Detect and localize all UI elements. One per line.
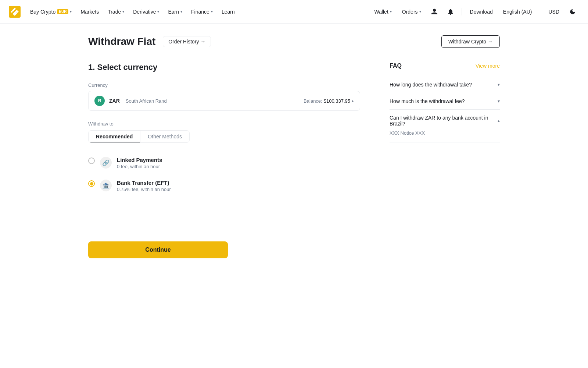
wallet-chevron: ▾ bbox=[390, 10, 392, 14]
nav-item-earn[interactable]: Earn ▾ bbox=[164, 6, 186, 18]
currency-icon: R bbox=[94, 96, 105, 106]
nav-locale[interactable]: English (AU) bbox=[499, 6, 536, 18]
tab-group: Recommended Other Methods bbox=[88, 130, 190, 143]
page-header: Withdraw Fiat Order History → Withdraw C… bbox=[88, 35, 500, 48]
nav-left: Buy Crypto EUR ▾ Markets Trade ▾ Derivat… bbox=[26, 6, 370, 18]
nav-item-learn[interactable]: Learn bbox=[218, 6, 239, 18]
trade-chevron: ▾ bbox=[122, 10, 124, 14]
faq-answer-3: XXX Notice XXX bbox=[390, 130, 500, 137]
faq-section: FAQ View more How long does the withdraw… bbox=[390, 63, 500, 258]
orders-chevron: ▾ bbox=[419, 10, 421, 14]
faq-view-more[interactable]: View more bbox=[476, 63, 500, 69]
nav-wallet[interactable]: Wallet ▾ bbox=[370, 6, 395, 18]
svg-rect-0 bbox=[9, 6, 21, 18]
page-header-left: Withdraw Fiat Order History → bbox=[88, 36, 211, 47]
profile-icon-btn[interactable] bbox=[428, 5, 441, 18]
faq-chevron-1: ▾ bbox=[498, 82, 500, 87]
radio-linked[interactable] bbox=[88, 158, 95, 164]
page-title: Withdraw Fiat bbox=[88, 36, 155, 47]
faq-notice-3: XXX Notice XXX bbox=[390, 130, 425, 136]
step-title: 1. Select currency bbox=[88, 63, 360, 72]
faq-question-3[interactable]: Can I withdraw ZAR to any bank account i… bbox=[390, 115, 500, 127]
navbar: Buy Crypto EUR ▾ Markets Trade ▾ Derivat… bbox=[0, 0, 588, 24]
currency-code: ZAR bbox=[109, 98, 120, 104]
linked-payments-name: Linked Payments bbox=[117, 157, 360, 163]
nav-item-finance[interactable]: Finance ▾ bbox=[187, 6, 216, 18]
bank-transfer-icon: 🏦 bbox=[100, 180, 112, 191]
currency-selector[interactable]: R ZAR South African Rand Balance: $100,3… bbox=[88, 91, 360, 111]
linked-payments-info: Linked Payments 0 fee, within an hour bbox=[117, 157, 360, 169]
nav-currency[interactable]: USD bbox=[545, 6, 563, 18]
bank-transfer-info: Bank Transfer (EFT) 0.75% fee, within an… bbox=[117, 180, 360, 192]
currency-dropdown-arrow: ▸ bbox=[352, 98, 354, 103]
nav-item-trade[interactable]: Trade ▾ bbox=[104, 6, 128, 18]
payment-option-linked[interactable]: 🔗 Linked Payments 0 fee, within an hour bbox=[88, 152, 360, 174]
radio-bank-inner bbox=[90, 182, 93, 185]
faq-item-1: How long does the withdrawal take? ▾ bbox=[390, 77, 500, 93]
faq-question-1[interactable]: How long does the withdrawal take? ▾ bbox=[390, 82, 500, 88]
payment-methods-list: 🔗 Linked Payments 0 fee, within an hour … bbox=[88, 152, 360, 197]
nav-divider-2 bbox=[540, 8, 540, 15]
main-layout: 1. Select currency Currency R ZAR South … bbox=[88, 63, 500, 258]
nav-item-markets[interactable]: Markets bbox=[77, 6, 103, 18]
page-wrapper: Withdraw Fiat Order History → Withdraw C… bbox=[74, 24, 514, 270]
nav-item-buy-crypto[interactable]: Buy Crypto EUR ▾ bbox=[26, 6, 75, 18]
withdraw-crypto-button[interactable]: Withdraw Crypto → bbox=[441, 35, 500, 48]
faq-item-3: Can I withdraw ZAR to any bank account i… bbox=[390, 110, 500, 142]
faq-question-2[interactable]: How much is the withdrawal fee? ▾ bbox=[390, 98, 500, 104]
payment-option-bank[interactable]: 🏦 Bank Transfer (EFT) 0.75% fee, within … bbox=[88, 174, 360, 197]
faq-chevron-2: ▾ bbox=[498, 99, 500, 104]
nav-right: Wallet ▾ Orders ▾ Download English (AU) … bbox=[370, 5, 579, 18]
radio-bank[interactable] bbox=[88, 180, 95, 187]
tab-recommended[interactable]: Recommended bbox=[89, 131, 140, 142]
currency-label: Currency bbox=[88, 82, 360, 88]
currency-name: South African Rand bbox=[126, 98, 167, 104]
form-section: 1. Select currency Currency R ZAR South … bbox=[88, 63, 360, 258]
finance-chevron: ▾ bbox=[211, 10, 213, 14]
dark-mode-btn[interactable] bbox=[566, 5, 579, 18]
faq-chevron-3: ▴ bbox=[498, 118, 500, 123]
linked-payments-icon: 🔗 bbox=[100, 157, 112, 169]
bell-icon-btn[interactable] bbox=[444, 5, 457, 18]
earn-chevron: ▾ bbox=[180, 10, 182, 14]
nav-download[interactable]: Download bbox=[466, 6, 496, 18]
faq-item-2: How much is the withdrawal fee? ▾ bbox=[390, 93, 500, 110]
faq-question-2-text: How much is the withdrawal fee? bbox=[390, 98, 498, 104]
buy-crypto-chevron: ▾ bbox=[70, 10, 72, 14]
withdraw-to-label: Withdraw to bbox=[88, 121, 360, 127]
currency-balance: Balance: $100,337.95 ▸ bbox=[304, 98, 354, 104]
bank-transfer-detail: 0.75% fee, within an hour bbox=[117, 187, 360, 192]
faq-title: FAQ bbox=[390, 63, 402, 69]
bank-transfer-name: Bank Transfer (EFT) bbox=[117, 180, 360, 186]
continue-button[interactable]: Continue bbox=[88, 241, 228, 258]
order-history-button[interactable]: Order History → bbox=[163, 36, 211, 47]
faq-question-1-text: How long does the withdrawal take? bbox=[390, 82, 498, 88]
derivative-chevron: ▾ bbox=[157, 10, 159, 14]
faq-header: FAQ View more bbox=[390, 63, 500, 69]
nav-item-derivative[interactable]: Derivative ▾ bbox=[129, 6, 163, 18]
nav-divider-1 bbox=[462, 8, 462, 15]
brand-logo[interactable] bbox=[9, 6, 21, 18]
tab-other-methods[interactable]: Other Methods bbox=[140, 131, 189, 142]
faq-question-3-text: Can I withdraw ZAR to any bank account i… bbox=[390, 115, 498, 127]
linked-payments-detail: 0 fee, within an hour bbox=[117, 164, 360, 169]
nav-orders[interactable]: Orders ▾ bbox=[398, 6, 425, 18]
